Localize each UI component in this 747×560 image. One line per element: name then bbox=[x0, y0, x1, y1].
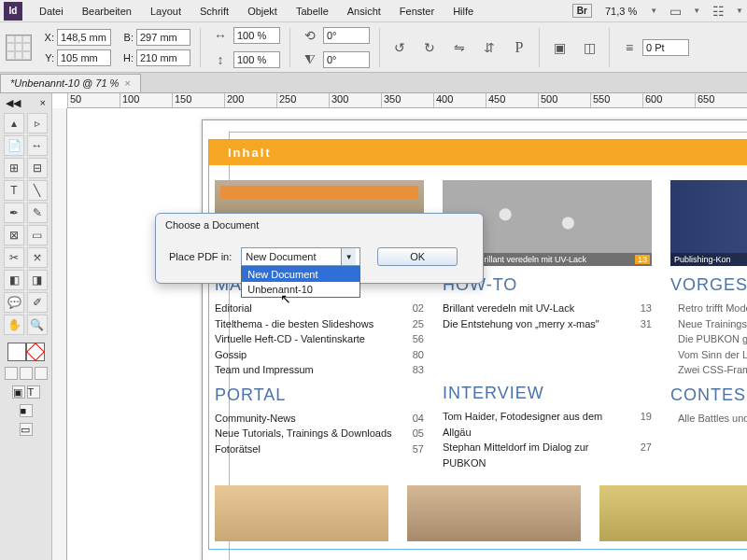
section-title: VORGES bbox=[670, 275, 747, 295]
place-pdf-label: Place PDF in: bbox=[169, 247, 232, 262]
app-icon: Id bbox=[4, 2, 22, 21]
menu-layout[interactable]: Layout bbox=[141, 6, 190, 17]
photo bbox=[215, 485, 388, 541]
menu-schrift[interactable]: Schrift bbox=[190, 6, 238, 17]
free-transform-tool[interactable]: ⤧ bbox=[27, 247, 48, 268]
height-field[interactable]: 210 mm bbox=[136, 49, 190, 66]
direct-selection-tool[interactable]: ▹ bbox=[27, 113, 48, 133]
photo bbox=[407, 485, 581, 541]
stroke-field[interactable]: 0 Pt bbox=[642, 39, 689, 56]
tools-panel: ◀◀× ▴ ▹ 📄 ↔ ⊞ ⊟ T ╲ ✒ ✎ ⊠ ▭ ✂ ⤧ ◧ ◨ 💬 ✐ … bbox=[0, 93, 52, 560]
pencil-tool[interactable]: ✎ bbox=[27, 203, 48, 223]
menu-objekt[interactable]: Objekt bbox=[238, 6, 287, 17]
content-placer-tool[interactable]: ⊟ bbox=[27, 158, 48, 178]
x-label: X: bbox=[41, 32, 54, 43]
eyedropper-tool[interactable]: ✐ bbox=[27, 292, 48, 313]
close-icon[interactable]: × bbox=[40, 97, 46, 109]
y-field[interactable]: 105 mm bbox=[57, 49, 111, 66]
rotate-field[interactable]: 0° bbox=[323, 27, 370, 44]
scale-x-field[interactable]: 100 % bbox=[233, 27, 280, 44]
select-container-icon[interactable]: ▣ bbox=[549, 37, 570, 58]
combo-option[interactable]: Unbenannt-10 bbox=[242, 282, 359, 297]
toc-row: Die Entstehung von „merry x-mas"31 bbox=[443, 316, 652, 332]
char-style-icon[interactable]: P bbox=[509, 37, 529, 58]
normal-view-icon[interactable]: ▣ bbox=[12, 385, 25, 399]
scale-x-icon: ↔ bbox=[210, 25, 231, 46]
page-tool[interactable]: 📄 bbox=[4, 135, 24, 156]
toc-row: Vom Sinn der Leid bbox=[670, 347, 747, 363]
shear-icon: ⧨ bbox=[300, 49, 320, 70]
section-title: PORTAL bbox=[215, 385, 424, 405]
screen-mode-icon[interactable]: ▭ bbox=[20, 423, 33, 436]
reference-point[interactable] bbox=[6, 35, 32, 61]
gap-tool[interactable]: ↔ bbox=[27, 135, 48, 156]
menu-ansicht[interactable]: Ansicht bbox=[338, 6, 390, 17]
apply-gradient-icon[interactable] bbox=[20, 367, 33, 380]
document-tab[interactable]: *Unbenannt-10 @ 71 %× bbox=[0, 74, 141, 92]
bridge-button[interactable]: Br bbox=[572, 4, 592, 18]
apply-none-icon[interactable] bbox=[35, 367, 48, 380]
toc-row: Neue Trainings : bbox=[670, 316, 747, 332]
photo bbox=[599, 485, 747, 541]
rectangle-frame-tool[interactable]: ⊠ bbox=[4, 225, 24, 245]
toc-row: Tom Haider, Fotodesigner aus dem Allgäu1… bbox=[443, 409, 652, 440]
h-label: H: bbox=[120, 52, 134, 63]
view-mode-icon[interactable]: ■ bbox=[20, 404, 33, 417]
shear-field[interactable]: 0° bbox=[323, 51, 370, 68]
content-collector-tool[interactable]: ⊞ bbox=[4, 158, 24, 178]
line-tool[interactable]: ╲ bbox=[27, 180, 48, 201]
ok-button[interactable]: OK bbox=[377, 247, 458, 266]
w-label: B: bbox=[120, 32, 134, 43]
rectangle-tool[interactable]: ▭ bbox=[27, 225, 48, 245]
place-pdf-combo[interactable]: New Document▼ New Document Unbenannt-10 bbox=[241, 247, 360, 266]
canvas[interactable]: 50100150200250300350400450500550600650 I… bbox=[52, 93, 747, 560]
zoom-tool[interactable]: 🔍 bbox=[27, 315, 48, 335]
x-field[interactable]: 148,5 mm bbox=[57, 29, 111, 46]
note-tool[interactable]: 💬 bbox=[4, 292, 24, 313]
apply-color-icon[interactable] bbox=[5, 367, 18, 380]
toc-row: Retro trifft Modern bbox=[670, 301, 747, 316]
rotate-ccw-icon[interactable]: ↺ bbox=[389, 37, 410, 58]
close-icon[interactable]: × bbox=[124, 77, 130, 89]
control-panel: X:148,5 mm Y:105 mm B:297 mm H:210 mm ↔1… bbox=[0, 22, 747, 73]
flip-h-icon[interactable]: ⇋ bbox=[449, 37, 470, 58]
toc-row: Die PUBKON geht bbox=[670, 331, 747, 347]
menu-fenster[interactable]: Fenster bbox=[390, 6, 444, 17]
choose-document-dialog: Choose a Document Place PDF in: New Docu… bbox=[155, 213, 484, 284]
fill-stroke-swatch[interactable] bbox=[4, 343, 48, 361]
chevron-down-icon[interactable]: ▼ bbox=[736, 7, 743, 15]
menu-bearbeiten[interactable]: Bearbeiten bbox=[73, 6, 141, 17]
preview-view-icon[interactable]: T bbox=[27, 385, 40, 399]
screen-mode-icon[interactable]: ▭ bbox=[665, 1, 685, 21]
flip-v-icon[interactable]: ⇵ bbox=[479, 37, 500, 58]
toc-row: Gossip80 bbox=[215, 347, 424, 363]
menu-datei[interactable]: Datei bbox=[30, 6, 73, 17]
rotate-icon: ⟲ bbox=[300, 25, 320, 46]
pen-tool[interactable]: ✒ bbox=[4, 203, 24, 223]
collapse-icon[interactable]: ◀◀ bbox=[6, 97, 21, 109]
stroke-icon: ≡ bbox=[619, 37, 640, 58]
combo-option[interactable]: New Document bbox=[242, 267, 359, 282]
hand-tool[interactable]: ✋ bbox=[4, 315, 24, 335]
arrange-icon[interactable]: ☷ bbox=[708, 1, 728, 21]
scale-y-field[interactable]: 100 % bbox=[233, 51, 280, 68]
section-title: CONTES bbox=[670, 385, 747, 405]
zoom-level[interactable]: 71,3 % bbox=[599, 6, 642, 17]
page-heading: Inhalt bbox=[209, 140, 747, 165]
select-content-icon[interactable]: ◫ bbox=[579, 37, 599, 58]
menu-hilfe[interactable]: Hilfe bbox=[444, 6, 483, 17]
chevron-down-icon[interactable]: ▼ bbox=[341, 248, 356, 265]
type-tool[interactable]: T bbox=[4, 180, 24, 201]
gradient-swatch-tool[interactable]: ◧ bbox=[4, 270, 24, 290]
width-field[interactable]: 297 mm bbox=[136, 29, 190, 46]
gradient-feather-tool[interactable]: ◨ bbox=[27, 270, 48, 290]
chevron-down-icon[interactable]: ▼ bbox=[693, 7, 700, 15]
selection-tool[interactable]: ▴ bbox=[4, 113, 24, 133]
document-page[interactable]: Inhalt MAGAZIN Editorial02 Titelthema - … bbox=[202, 119, 747, 560]
rotate-cw-icon[interactable]: ↻ bbox=[419, 37, 440, 58]
scissors-tool[interactable]: ✂ bbox=[4, 247, 24, 268]
chevron-down-icon[interactable]: ▼ bbox=[650, 7, 657, 15]
toc-row: Stephan Mitteldorf im Dialog zur PUBKON2… bbox=[443, 440, 652, 470]
menu-tabelle[interactable]: Tabelle bbox=[287, 6, 338, 17]
toc-row: Community-News04 bbox=[215, 411, 424, 427]
